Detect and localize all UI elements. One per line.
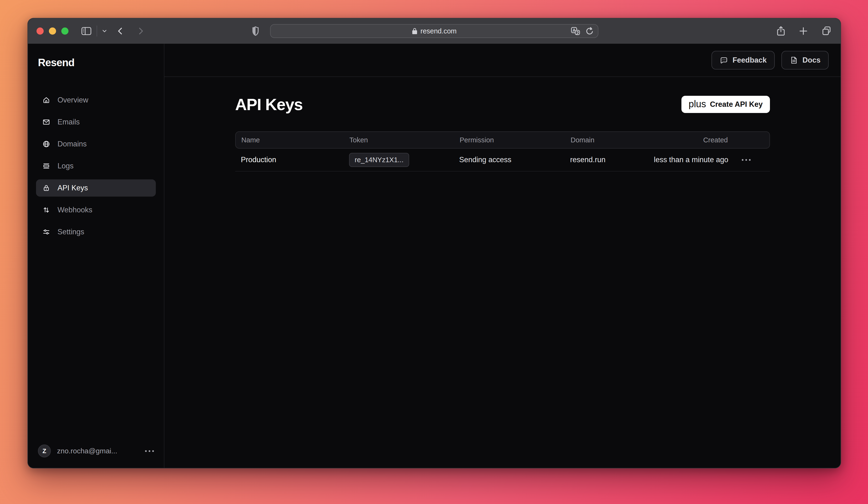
- plus-icon: plus: [689, 99, 706, 109]
- translate-icon[interactable]: A: [571, 27, 580, 36]
- browser-toolbar: resend.com A: [28, 18, 840, 44]
- home-icon: [42, 96, 50, 104]
- privacy-shield-icon[interactable]: [251, 26, 260, 36]
- api-key-permission: Sending access: [459, 155, 570, 164]
- mail-icon: [42, 118, 50, 126]
- main-area: Feedback Docs API Key: [164, 44, 840, 468]
- address-bar-actions: A: [571, 24, 593, 38]
- sidebar-item-label: Emails: [58, 118, 80, 127]
- user-account-row[interactable]: Z zno.rocha@gmai...: [36, 444, 156, 457]
- sidebar-item-emails[interactable]: Emails: [36, 113, 156, 131]
- resend-logo: Resend: [38, 57, 156, 69]
- create-api-key-button[interactable]: plus Create API Key: [681, 96, 770, 113]
- lock-icon: [42, 184, 50, 192]
- page-content: API Keys plus Create API Key Name Token …: [235, 77, 770, 171]
- sidebar-toggle-icon[interactable]: [81, 26, 92, 36]
- api-key-name: Production: [241, 155, 349, 164]
- sidebar-nav: Overview Emails: [36, 91, 156, 241]
- column-header-name: Name: [241, 136, 350, 144]
- sidebar: Resend Overview: [28, 44, 164, 468]
- lock-icon: [412, 28, 417, 34]
- feedback-bubble-icon: [720, 56, 728, 64]
- toolbar-left-group: [81, 26, 145, 37]
- toolbar-right-group: [776, 25, 832, 37]
- rows-icon: [42, 162, 50, 170]
- document-icon: [789, 56, 798, 64]
- sliders-icon: [42, 228, 50, 236]
- window-controls: [37, 28, 69, 34]
- sidebar-item-label: Overview: [58, 96, 88, 104]
- docs-button[interactable]: Docs: [782, 51, 829, 70]
- new-tab-icon[interactable]: [798, 26, 809, 36]
- user-menu-icon[interactable]: [145, 450, 154, 452]
- sidebar-item-label: Settings: [58, 228, 84, 236]
- user-email: zno.rocha@gmai...: [57, 447, 139, 455]
- browser-window: resend.com A: [28, 18, 841, 468]
- sidebar-item-logs[interactable]: Logs: [36, 158, 156, 175]
- create-api-key-label: Create API Key: [710, 100, 763, 109]
- title-row: API Keys plus Create API Key: [235, 95, 770, 114]
- reload-icon[interactable]: [586, 27, 593, 36]
- back-button-icon[interactable]: [116, 26, 124, 36]
- sidebar-item-label: API Keys: [58, 184, 88, 192]
- resend-app: Resend Overview: [28, 44, 840, 468]
- sidebar-item-api-keys[interactable]: API Keys: [36, 179, 156, 196]
- sidebar-item-domains[interactable]: Domains: [36, 135, 156, 153]
- page-title: API Keys: [235, 95, 303, 114]
- address-bar[interactable]: resend.com A: [270, 24, 598, 38]
- docs-label: Docs: [803, 56, 820, 64]
- close-window-button[interactable]: [37, 28, 44, 34]
- tab-overview-icon[interactable]: [821, 26, 832, 37]
- sidebar-item-label: Domains: [58, 140, 86, 148]
- forward-button-icon[interactable]: [137, 26, 145, 36]
- top-header: Feedback Docs: [164, 44, 840, 77]
- table-header: Name Token Permission Domain Created: [235, 131, 770, 149]
- column-header-domain: Domain: [571, 136, 647, 144]
- url-text: resend.com: [421, 27, 457, 35]
- globe-icon: [42, 140, 50, 148]
- feedback-label: Feedback: [733, 56, 767, 64]
- sidebar-item-label: Logs: [58, 162, 73, 170]
- avatar: Z: [38, 444, 51, 457]
- share-icon[interactable]: [776, 25, 786, 37]
- api-key-created: less than a minute ago: [654, 155, 728, 164]
- column-header-token: Token: [350, 136, 460, 144]
- zoom-window-button[interactable]: [61, 28, 69, 34]
- address-bar-content: resend.com: [271, 27, 598, 35]
- api-keys-table: Name Token Permission Domain Created Pro…: [235, 131, 770, 171]
- sidebar-item-webhooks[interactable]: Webhooks: [36, 201, 156, 219]
- column-header-permission: Permission: [460, 136, 571, 144]
- token-chip[interactable]: re_14NYz1X1...: [349, 153, 410, 167]
- feedback-button[interactable]: Feedback: [712, 51, 775, 70]
- sidebar-item-settings[interactable]: Settings: [36, 223, 156, 241]
- table-row: Production re_14NYz1X1... Sending access…: [235, 149, 770, 171]
- sidebar-item-label: Webhooks: [58, 206, 92, 214]
- sidebar-item-overview[interactable]: Overview: [36, 91, 156, 109]
- column-header-created: Created: [703, 136, 728, 144]
- minimize-window-button[interactable]: [49, 28, 56, 34]
- arrows-up-down-icon: [42, 206, 50, 214]
- toolbar-divider: [97, 26, 97, 37]
- api-key-domain: resend.run: [570, 155, 647, 164]
- row-actions-menu-icon[interactable]: [742, 159, 751, 161]
- chevron-down-icon[interactable]: [101, 28, 107, 34]
